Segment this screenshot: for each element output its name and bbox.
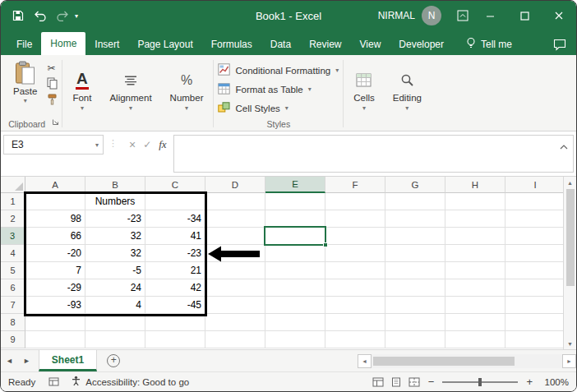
cell-C9[interactable] bbox=[145, 331, 205, 348]
cell-I8[interactable] bbox=[505, 314, 565, 331]
cell-I2[interactable] bbox=[505, 210, 565, 228]
cell-G8[interactable] bbox=[385, 314, 445, 331]
zoom-in-button[interactable]: + bbox=[524, 376, 534, 388]
cell-B5[interactable]: -5 bbox=[85, 262, 145, 279]
cell-G5[interactable] bbox=[385, 262, 445, 279]
ribbon-display-options-icon[interactable] bbox=[453, 5, 473, 26]
page-break-view-button[interactable] bbox=[409, 377, 420, 387]
new-sheet-button[interactable]: + bbox=[107, 354, 120, 367]
cell-H3[interactable] bbox=[445, 228, 505, 245]
cell-F2[interactable] bbox=[325, 210, 385, 228]
cell-F4[interactable] bbox=[325, 245, 385, 262]
column-header-E[interactable]: E bbox=[265, 177, 325, 193]
zoom-out-button[interactable]: − bbox=[427, 376, 436, 388]
cell-B7[interactable]: 4 bbox=[85, 297, 145, 314]
sheet-nav-right-icon[interactable]: ► bbox=[18, 357, 35, 365]
cell-D6[interactable] bbox=[205, 279, 265, 297]
cell-F9[interactable] bbox=[325, 331, 385, 348]
column-header-F[interactable]: F bbox=[325, 177, 385, 193]
column-header-I[interactable]: I bbox=[505, 177, 565, 193]
cell-A1[interactable] bbox=[25, 193, 85, 210]
cells-group-button[interactable]: Cells ▾ bbox=[344, 57, 384, 131]
customize-qat-chevron-icon[interactable]: ▾ bbox=[75, 12, 86, 20]
tab-view[interactable]: View bbox=[351, 34, 390, 55]
tab-file[interactable]: File bbox=[7, 34, 41, 55]
column-header-B[interactable]: B bbox=[85, 177, 145, 193]
cell-H8[interactable] bbox=[445, 314, 505, 331]
cell-G4[interactable] bbox=[385, 245, 445, 262]
row-header-4[interactable]: 4 bbox=[1, 245, 25, 262]
cell-E1[interactable] bbox=[265, 193, 325, 210]
cell-H6[interactable] bbox=[445, 279, 505, 297]
horizontal-scroll-track[interactable] bbox=[372, 354, 562, 368]
cell-F1[interactable] bbox=[325, 193, 385, 210]
cell-H1[interactable] bbox=[445, 193, 505, 210]
cell-C4[interactable]: -23 bbox=[145, 245, 205, 262]
insert-function-icon[interactable]: fx bbox=[159, 138, 166, 151]
format-as-table-button[interactable]: Format as Table ▾ bbox=[218, 80, 339, 99]
cell-B4[interactable]: 32 bbox=[85, 245, 145, 262]
cell-A2[interactable]: 98 bbox=[25, 210, 85, 228]
cell-B2[interactable]: -23 bbox=[85, 210, 145, 228]
cell-D8[interactable] bbox=[205, 314, 265, 331]
cell-E9[interactable] bbox=[265, 331, 325, 348]
normal-view-button[interactable] bbox=[372, 377, 384, 387]
cell-G9[interactable] bbox=[385, 331, 445, 348]
editing-group-button[interactable]: Editing ▾ bbox=[384, 57, 431, 131]
copy-icon[interactable] bbox=[47, 77, 58, 90]
conditional-formatting-button[interactable]: Conditional Formatting ▾ bbox=[218, 61, 339, 80]
row-header-9[interactable]: 9 bbox=[1, 331, 25, 348]
cell-D1[interactable] bbox=[205, 193, 265, 210]
tab-data[interactable]: Data bbox=[261, 34, 300, 55]
cell-C1[interactable] bbox=[145, 193, 205, 210]
cell-A5[interactable]: 7 bbox=[25, 262, 85, 279]
cell-H4[interactable] bbox=[445, 245, 505, 262]
page-layout-view-button[interactable] bbox=[390, 377, 402, 387]
cell-I5[interactable] bbox=[505, 262, 565, 279]
cell-I3[interactable] bbox=[505, 228, 565, 245]
cell-H7[interactable] bbox=[445, 297, 505, 314]
zoom-level[interactable]: 100% bbox=[542, 377, 569, 387]
paste-button[interactable]: Paste ▾ bbox=[7, 58, 43, 105]
cell-B1[interactable]: Numbers bbox=[85, 193, 145, 210]
cell-E3[interactable] bbox=[265, 228, 325, 245]
cell-E5[interactable] bbox=[265, 262, 325, 279]
cell-D3[interactable] bbox=[205, 228, 265, 245]
cell-F7[interactable] bbox=[325, 297, 385, 314]
accessibility-status[interactable]: Accessibility: Good to go bbox=[71, 376, 189, 388]
cell-I1[interactable] bbox=[505, 193, 565, 210]
column-header-H[interactable]: H bbox=[445, 177, 505, 193]
cell-D7[interactable] bbox=[205, 297, 265, 314]
cell-D2[interactable] bbox=[205, 210, 265, 228]
horizontal-scrollbar[interactable]: ◄ ► bbox=[358, 350, 576, 371]
row-header-7[interactable]: 7 bbox=[1, 297, 25, 314]
scroll-up-icon[interactable]: ▲ bbox=[564, 177, 576, 188]
macro-record-icon[interactable] bbox=[48, 377, 59, 386]
cell-D4[interactable] bbox=[205, 245, 265, 262]
select-all-button[interactable] bbox=[1, 177, 25, 193]
column-header-C[interactable]: C bbox=[145, 177, 205, 193]
cell-C6[interactable]: 42 bbox=[145, 279, 205, 297]
vertical-scrollbar[interactable]: ▲ ▼ bbox=[563, 177, 576, 349]
minimize-button[interactable] bbox=[473, 1, 507, 30]
cell-E7[interactable] bbox=[265, 297, 325, 314]
enter-icon[interactable]: ✓ bbox=[143, 139, 151, 150]
cancel-icon[interactable]: × bbox=[129, 138, 136, 151]
alignment-group-button[interactable]: Alignment ▾ bbox=[100, 57, 160, 131]
tab-insert[interactable]: Insert bbox=[85, 34, 128, 55]
cell-F8[interactable] bbox=[325, 314, 385, 331]
row-header-1[interactable]: 1 bbox=[1, 193, 25, 210]
scroll-right-icon[interactable]: ► bbox=[562, 354, 576, 368]
cell-B8[interactable] bbox=[85, 314, 145, 331]
cell-I6[interactable] bbox=[505, 279, 565, 297]
format-painter-icon[interactable] bbox=[47, 93, 58, 105]
scroll-down-icon[interactable]: ▼ bbox=[564, 338, 576, 349]
cell-G6[interactable] bbox=[385, 279, 445, 297]
name-box[interactable]: E3 ▾ bbox=[3, 135, 104, 154]
cell-styles-button[interactable]: Cell Styles ▾ bbox=[218, 99, 339, 118]
cell-C7[interactable]: -45 bbox=[145, 297, 205, 314]
column-header-A[interactable]: A bbox=[25, 177, 85, 193]
formula-input[interactable] bbox=[173, 135, 574, 173]
row-header-2[interactable]: 2 bbox=[1, 210, 25, 228]
cell-A7[interactable]: -93 bbox=[25, 297, 85, 314]
